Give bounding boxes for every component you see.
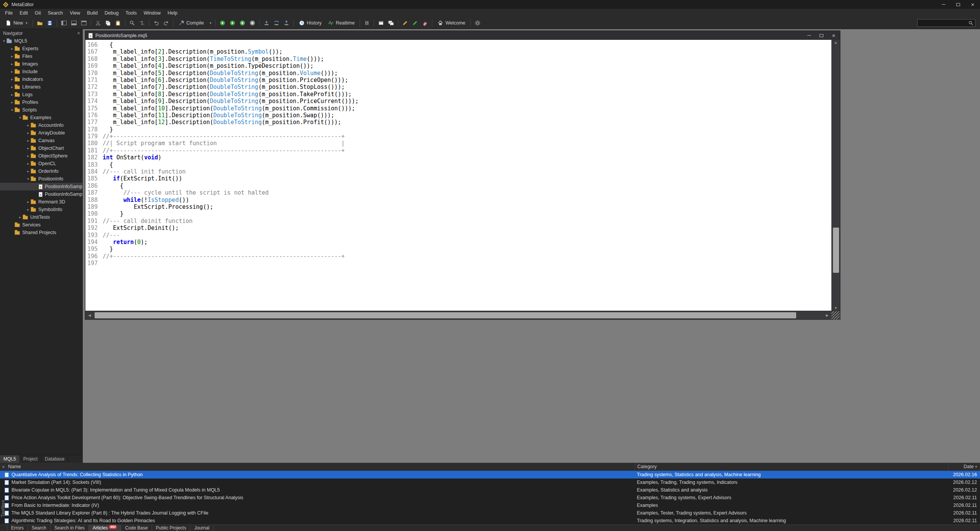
tree-item-logs[interactable]: ▸Logs bbox=[0, 91, 82, 98]
menu-view[interactable]: View bbox=[66, 9, 83, 17]
code-line[interactable]: 166 { bbox=[85, 41, 831, 48]
collapsed-chevron-icon[interactable]: ▸ bbox=[10, 85, 15, 89]
toolbox-tab-code-base[interactable]: Code Base bbox=[121, 525, 152, 531]
menu-tools[interactable]: Tools bbox=[122, 9, 140, 17]
table-row[interactable]: Quantitative Analysis of Trends: Collect… bbox=[0, 471, 980, 479]
new-button[interactable]: New ▾ bbox=[2, 18, 31, 28]
column-header-category[interactable]: Category bbox=[635, 463, 948, 470]
step-out-button[interactable] bbox=[281, 18, 291, 28]
cut-button[interactable] bbox=[93, 18, 103, 28]
code-line[interactable]: 195 } bbox=[85, 246, 831, 252]
code-area[interactable]: 166 {167 m_label_info[2].Description(m_p… bbox=[85, 40, 831, 311]
toolbox-tab-errors[interactable]: Errors bbox=[7, 525, 28, 531]
tree-item-orderinfo[interactable]: ▸OrderInfo bbox=[0, 167, 82, 175]
code-line[interactable]: 183 { bbox=[85, 161, 831, 168]
column-header-date[interactable]: Date ▾ bbox=[948, 463, 980, 470]
collapsed-chevron-icon[interactable]: ▸ bbox=[26, 123, 31, 127]
tree-item-scripts[interactable]: ▾Scripts bbox=[0, 106, 82, 114]
scroll-left-icon[interactable]: ◀ bbox=[85, 313, 94, 317]
code-line[interactable]: 168 m_label_info[3].Description(TimeToSt… bbox=[85, 56, 831, 62]
highlight-green-button[interactable] bbox=[410, 18, 420, 28]
tree-item-opencl[interactable]: ▸OpenCL bbox=[0, 160, 82, 167]
code-line[interactable]: 192 ExtScript.Deinit(); bbox=[85, 225, 831, 231]
eraser-button[interactable] bbox=[420, 18, 430, 28]
editor-minimize-button[interactable] bbox=[803, 31, 815, 40]
code-line[interactable]: 194 return(0); bbox=[85, 239, 831, 246]
code-line[interactable]: 193//--- bbox=[85, 232, 831, 239]
tree-item-experts[interactable]: ▸Experts bbox=[0, 45, 82, 52]
collapsed-chevron-icon[interactable]: ▸ bbox=[18, 215, 23, 219]
code-line[interactable]: 170 m_label_info[5].Description(DoubleTo… bbox=[85, 70, 831, 77]
code-line[interactable]: 180//| Script program start function | bbox=[85, 140, 831, 147]
collapsed-chevron-icon[interactable]: ▸ bbox=[10, 47, 15, 51]
scroll-down-icon[interactable]: ▼ bbox=[832, 306, 840, 310]
collapsed-chevron-icon[interactable]: ▸ bbox=[26, 169, 31, 173]
code-line[interactable]: 171 m_label_info[6].Description(DoubleTo… bbox=[85, 77, 831, 84]
collapsed-chevron-icon[interactable]: ▸ bbox=[10, 54, 15, 58]
code-line[interactable]: 184//--- call init function bbox=[85, 168, 831, 175]
editor-title-bar[interactable]: 5 PositionInfoSample.mq5 × bbox=[85, 31, 840, 40]
code-line[interactable]: 181//+----------------------------------… bbox=[85, 147, 831, 154]
code-line[interactable]: 176 m_label_info[11].Description(DoubleT… bbox=[85, 112, 831, 119]
highlight-yellow-button[interactable] bbox=[400, 18, 410, 28]
save-button[interactable] bbox=[45, 18, 55, 28]
vertical-scroll-thumb[interactable] bbox=[833, 228, 839, 273]
horizontal-scroll-track[interactable] bbox=[94, 311, 823, 319]
tree-item-shared-projects[interactable]: Shared Projects bbox=[0, 229, 82, 236]
paste-button[interactable] bbox=[113, 18, 123, 28]
redo-button[interactable] bbox=[161, 18, 171, 28]
maximize-button[interactable] bbox=[951, 0, 965, 9]
editor-horizontal-scrollbar[interactable]: ◀ ▶ bbox=[85, 311, 840, 319]
scroll-up-icon[interactable]: ▲ bbox=[832, 41, 840, 44]
copy-button[interactable] bbox=[103, 18, 113, 28]
code-line[interactable]: 179//+----------------------------------… bbox=[85, 133, 831, 140]
collapsed-chevron-icon[interactable]: ▸ bbox=[26, 162, 31, 166]
search-icon[interactable] bbox=[968, 20, 973, 26]
code-line[interactable]: 196//+----------------------------------… bbox=[85, 253, 831, 260]
collapsed-chevron-icon[interactable]: ▸ bbox=[10, 70, 15, 74]
code-line[interactable]: 190 } bbox=[85, 210, 831, 217]
tree-item-indicators[interactable]: ▸Indicators bbox=[0, 75, 82, 83]
tree-item-services[interactable]: Services bbox=[0, 221, 82, 229]
tree-item-mql5[interactable]: ▾MQL5 bbox=[0, 37, 82, 45]
menu-search[interactable]: Search bbox=[44, 9, 67, 17]
code-line[interactable]: 188 while(!IsStopped()) bbox=[85, 197, 831, 203]
editor-close-button[interactable]: × bbox=[828, 31, 840, 40]
tree-item-positioninfosample[interactable]: hPositionInfoSample bbox=[0, 190, 82, 198]
menu-edit[interactable]: Edit bbox=[16, 9, 31, 17]
code-line[interactable]: 173 m_label_info[8].Description(DoubleTo… bbox=[85, 91, 831, 98]
menu-build[interactable]: Build bbox=[83, 9, 101, 17]
code-line[interactable]: 185 if(ExtScript.Init()) bbox=[85, 175, 831, 182]
duplicate-window-button[interactable] bbox=[386, 18, 396, 28]
debug-real-button[interactable] bbox=[218, 18, 227, 28]
menu-file[interactable]: File bbox=[2, 9, 16, 17]
horizontal-scroll-thumb[interactable] bbox=[95, 312, 796, 318]
code-line[interactable]: 177 m_label_info[12].Description(DoubleT… bbox=[85, 119, 831, 126]
table-row[interactable]: Algorithmic Trading Strategies: AI and I… bbox=[0, 517, 980, 524]
collapsed-chevron-icon[interactable]: ▸ bbox=[26, 146, 31, 150]
collapsed-chevron-icon[interactable]: ▸ bbox=[26, 200, 31, 204]
toolbox-toggle-button[interactable] bbox=[69, 18, 79, 28]
code-line[interactable]: 167 m_label_info[2].Description(m_positi… bbox=[85, 48, 831, 55]
tree-item-positioninfo[interactable]: ▾PositionInfo bbox=[0, 175, 82, 183]
undo-button[interactable] bbox=[151, 18, 161, 28]
navigator-toggle-button[interactable] bbox=[59, 18, 69, 28]
expanded-chevron-icon[interactable]: ▾ bbox=[18, 116, 23, 120]
tree-item-objectchart[interactable]: ▸ObjectChart bbox=[0, 144, 82, 152]
pause-button[interactable] bbox=[362, 18, 372, 28]
tree-item-unittests[interactable]: ▸UnitTests bbox=[0, 213, 82, 221]
navigator-close-icon[interactable]: × bbox=[77, 31, 80, 36]
welcome-button[interactable]: Welcome bbox=[434, 18, 468, 28]
history-button[interactable]: History bbox=[296, 18, 325, 28]
realtime-button[interactable]: Realtime bbox=[325, 18, 358, 28]
tree-item-symbolinfo[interactable]: ▸SymbolInfo bbox=[0, 206, 82, 213]
settings-button[interactable] bbox=[473, 18, 483, 28]
code-line[interactable]: 172 m_label_info[7].Description(DoubleTo… bbox=[85, 84, 831, 90]
stop-button[interactable] bbox=[247, 18, 257, 28]
expanded-chevron-icon[interactable]: ▾ bbox=[2, 39, 7, 43]
tree-item-positioninfosample[interactable]: 5PositionInfoSample bbox=[0, 183, 82, 190]
code-line[interactable]: 175 m_label_info[10].Description(DoubleT… bbox=[85, 105, 831, 112]
tree-item-remnant-3d[interactable]: ▸Remnant 3D bbox=[0, 198, 82, 206]
minimize-button[interactable] bbox=[936, 0, 951, 9]
collapsed-chevron-icon[interactable]: ▸ bbox=[26, 139, 31, 143]
